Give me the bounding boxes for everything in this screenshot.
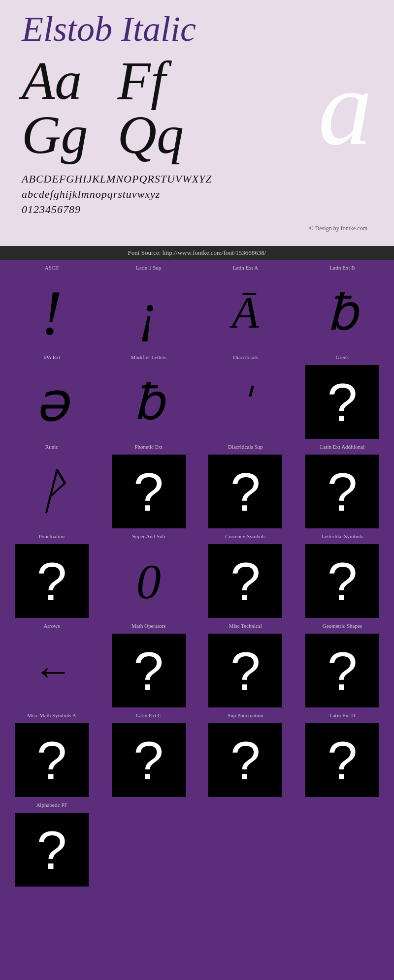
letter-qq: Qq	[117, 108, 183, 162]
cell-latin-ext-d-box: ?	[305, 723, 379, 797]
cell-runic-label: Runic	[45, 444, 58, 452]
cell-runic: Runic ᚹ	[10, 444, 94, 528]
cell-math-operators-glyph: ?	[133, 640, 164, 702]
cell-misc-technical-box: ?	[208, 634, 282, 707]
cell-alphabetic-pf-glyph: ?	[36, 819, 66, 881]
cell-sup-punctuation: Sup Punctuation ?	[203, 712, 287, 797]
cell-ascii: ASCII !	[10, 265, 94, 349]
cell-sup-punctuation-label: Sup Punctuation	[228, 712, 263, 720]
cell-latin-ext-a-box: Ā	[208, 276, 282, 349]
cell-math-operators-label: Math Operators	[131, 623, 165, 631]
cell-latin-ext-b-glyph: ƀ	[327, 284, 358, 341]
cell-runic-glyph: ᚹ	[37, 463, 66, 520]
cell-alphabetic-pf: Alphabetic PF ?	[10, 802, 94, 887]
alphabet-lower: abcdefghijklmnopqrstuvwxyz	[22, 187, 372, 202]
grid-row-5: Arrows ← Math Operators ? Misc Technical…	[10, 623, 384, 712]
cell-latin-ext-a-label: Latin Ext A	[233, 265, 258, 273]
cell-phonetic-ext: Phonetic Ext ?	[107, 444, 191, 528]
cell-latin-ext-additional-label: Latin Ext Additional	[320, 444, 364, 452]
cell-punctuation-box: ?	[15, 544, 89, 618]
cell-misc-math-a-box: ?	[15, 723, 89, 797]
cell-sup-punctuation-glyph: ?	[230, 729, 261, 792]
cell-latin-ext-b-label: Latin Ext B	[329, 265, 355, 273]
cell-alphabetic-pf-label: Alphabetic PF	[36, 802, 67, 810]
cell-geometric-shapes: Geometric Shapes ?	[300, 623, 384, 707]
cell-ascii-glyph: !	[41, 276, 62, 349]
cell-punctuation-glyph: ?	[36, 550, 66, 612]
cell-super-sub-box: 0	[112, 544, 186, 618]
cell-misc-technical-glyph: ?	[230, 640, 261, 702]
cell-greek-label: Greek	[336, 354, 349, 362]
cell-alphabetic-pf-box: ?	[15, 813, 89, 887]
cell-misc-math-a-glyph: ?	[36, 729, 66, 792]
cell-latin1sup-label: Latin 1 Sup	[136, 265, 161, 273]
cell-diacriticals-label: Diacriticals	[233, 354, 258, 362]
cell-latin-ext-a: Latin Ext A Ā	[203, 265, 287, 349]
cell-latin-ext-additional: Latin Ext Additional ?	[300, 444, 384, 528]
cell-currency-symbols-box: ?	[208, 544, 282, 618]
cell-latin-ext-b: Latin Ext B ƀ	[300, 265, 384, 349]
cell-ipa-ext-label: IPA Ext	[43, 354, 60, 362]
cell-punctuation-label: Punctuation	[39, 533, 65, 541]
cell-modifier-letters-box: ƀ	[112, 365, 186, 439]
cell-latin1sup-glyph: ¡	[138, 281, 159, 344]
cell-misc-math-a-label: Misc Math Symbols A	[27, 712, 76, 720]
cell-letterlike-symbols: Letterlike Symbols ?	[300, 533, 384, 618]
letter-display: Aa Gg Ff Qq a	[22, 54, 372, 162]
cell-diacriticals: Diacriticals ˈ	[203, 354, 287, 439]
copyright: © Design by fontke.com	[22, 222, 372, 232]
cell-arrows-label: Arrows	[44, 623, 60, 631]
cell-latin-ext-a-glyph: Ā	[232, 287, 259, 338]
cell-latin-ext-additional-glyph: ?	[327, 460, 357, 523]
cell-arrows: Arrows ←	[10, 623, 94, 707]
letter-pairs-left: Aa Gg	[22, 54, 88, 162]
cell-punctuation: Punctuation ?	[10, 533, 94, 618]
letter-pairs-right: Ff Qq	[117, 54, 183, 162]
cell-geometric-shapes-box: ?	[305, 634, 379, 707]
cell-ipa-ext: IPA Ext ə	[10, 354, 94, 439]
cell-greek-box: ?	[305, 365, 379, 439]
cell-diacriticals-box: ˈ	[208, 365, 282, 439]
cell-latin-ext-c: Latin Ext C ?	[107, 712, 191, 797]
cell-sup-punctuation-box: ?	[208, 723, 282, 797]
cell-super-sub-label: Super And Sub	[132, 533, 165, 541]
cell-empty-1	[107, 802, 191, 887]
cell-modifier-letters-label: Modifier Letters	[131, 354, 166, 362]
cell-letterlike-symbols-label: Letterlike Symbols	[322, 533, 363, 541]
alphabet-upper: ABCDEFGHIJKLMNOPQRSTUVWXYZ	[22, 172, 372, 187]
grid-row-6: Misc Math Symbols A ? Latin Ext C ? Sup …	[10, 712, 384, 802]
cell-empty-3	[300, 802, 384, 887]
cell-phonetic-ext-label: Phonetic Ext	[134, 444, 163, 452]
cell-arrows-box: ←	[15, 634, 89, 707]
cell-currency-symbols-label: Currency Symbols	[225, 533, 265, 541]
cell-latin1sup-box: ¡	[112, 276, 186, 349]
cell-latin-ext-additional-box: ?	[305, 455, 379, 528]
letter-ff: Ff	[117, 54, 183, 108]
alphabet-section: ABCDEFGHIJKLMNOPQRSTUVWXYZ abcdefghijklm…	[22, 172, 372, 222]
header-section: Elstob Italic Aa Gg Ff Qq a ABCDEFGHIJKL…	[0, 0, 394, 246]
cell-latin-ext-c-box: ?	[112, 723, 186, 797]
cell-geometric-shapes-label: Geometric Shapes	[323, 623, 362, 631]
cell-runic-box: ᚹ	[15, 455, 89, 528]
cell-modifier-letters: Modifier Letters ƀ	[107, 354, 191, 439]
cell-latin1sup: Latin 1 Sup ¡	[107, 265, 191, 349]
letter-aa: Aa	[22, 54, 88, 108]
cell-latin-ext-b-box: ƀ	[305, 276, 379, 349]
cell-math-operators-box: ?	[112, 634, 186, 707]
cell-modifier-letters-glyph: ƀ	[133, 373, 164, 431]
cell-letterlike-symbols-glyph: ?	[327, 550, 357, 612]
cell-misc-technical-label: Misc Technical	[229, 623, 262, 631]
grid-row-2: IPA Ext ə Modifier Letters ƀ Diacritical…	[10, 354, 384, 444]
cell-currency-symbols: Currency Symbols ?	[203, 533, 287, 618]
cell-super-sub: Super And Sub 0	[107, 533, 191, 618]
cell-greek: Greek ?	[300, 354, 384, 439]
cell-ascii-box: !	[15, 276, 89, 349]
cell-phonetic-ext-glyph: ?	[133, 460, 164, 523]
grid-row-7: Alphabetic PF ?	[10, 802, 384, 891]
cell-latin-ext-c-label: Latin Ext C	[136, 712, 161, 720]
cell-empty-2	[203, 802, 287, 887]
cell-diacriticals-sup: Diacriticals Sup ?	[203, 444, 287, 528]
grid-row-1: ASCII ! Latin 1 Sup ¡ Latin Ext A Ā Lati…	[10, 265, 384, 354]
cell-phonetic-ext-box: ?	[112, 455, 186, 528]
cell-misc-technical: Misc Technical ?	[203, 623, 287, 707]
